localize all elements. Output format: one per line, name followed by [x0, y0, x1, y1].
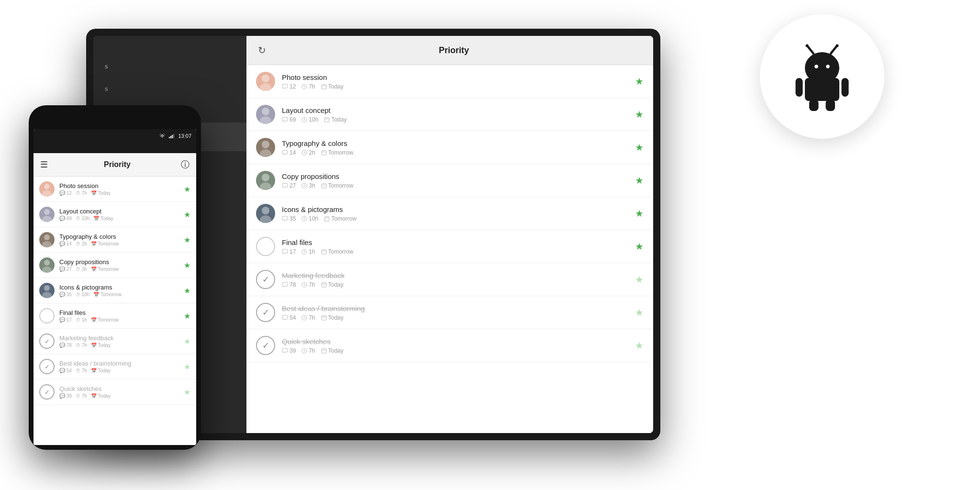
task-info: Marketing feedback 78 7h [282, 271, 628, 288]
task-time: 7h [301, 347, 315, 354]
phone-task-star[interactable]: ★ [184, 362, 190, 371]
task-meta: 17 1h Tom [282, 248, 628, 255]
phone-task-list: Photo session 💬 12 ⏱ 7h 📅 Today ★ Layout… [33, 177, 196, 445]
phone-task-meta: 💬 69 ⏱ 10h 📅 Today [59, 216, 179, 221]
phone-task-time: ⏱ 7h [76, 343, 87, 348]
phone-task-item[interactable]: Layout concept 💬 69 ⏱ 10h 📅 Today ★ [33, 202, 196, 227]
phone-task-item[interactable]: Typography & colors 💬 14 ⏱ 2h 📅 Tomorrow… [33, 227, 196, 253]
task-item[interactable]: Icons & pictograms 35 10h [246, 197, 653, 230]
phone-task-time: ⏱ 10h [76, 216, 89, 221]
refresh-icon[interactable]: ↻ [258, 45, 266, 56]
phone-task-avatar: ✓ [39, 359, 55, 374]
task-meta: 54 7h Tod [282, 314, 628, 321]
task-time: 2h [301, 149, 315, 156]
svg-rect-13 [282, 117, 288, 121]
phone-task-comments: 💬 17 [59, 317, 72, 323]
phone-task-item[interactable]: Copy propositions 💬 27 ⏱ 3h 📅 Tomorrow ★ [33, 253, 196, 278]
task-avatar [256, 237, 275, 256]
svg-rect-85 [172, 135, 173, 138]
svg-line-46 [304, 219, 306, 220]
phone-task-due: 📅 Today [93, 216, 113, 221]
android-logo-circle [760, 14, 884, 139]
phone-task-title: Typography & colors [59, 233, 179, 240]
phone-task-meta: 💬 14 ⏱ 2h 📅 Tomorrow [59, 241, 179, 246]
task-meta: 69 10h To [282, 116, 628, 123]
phone-task-title: Final files [59, 309, 179, 316]
task-star-icon[interactable]: ★ [635, 274, 644, 285]
task-avatar [256, 171, 275, 190]
phone-task-avatar: ✓ [39, 384, 55, 400]
task-item[interactable]: Typography & colors 14 2h [246, 131, 653, 164]
task-star-icon[interactable]: ★ [635, 76, 644, 87]
phone-task-item[interactable]: ✓ Best ideas / brainstorming 💬 54 ⏱ 7h 📅… [33, 354, 196, 379]
task-due: Today [321, 314, 344, 321]
task-star-icon[interactable]: ★ [635, 241, 644, 252]
phone-task-star[interactable]: ★ [184, 261, 190, 270]
task-title: Best ideas / brainstorming [282, 304, 628, 312]
sidebar-item-partial-1[interactable]: s [93, 55, 246, 78]
svg-rect-83 [169, 137, 170, 138]
task-meta: 78 7h Tod [282, 281, 628, 288]
svg-rect-79 [322, 349, 326, 353]
phone-task-time: ⏱ 2h [76, 241, 87, 246]
svg-point-12 [260, 116, 271, 124]
svg-rect-84 [170, 136, 171, 138]
phone-task-item[interactable]: ✓ Marketing feedback 💬 78 ⏱ 7h 📅 Today ★ [33, 329, 196, 354]
task-item[interactable]: ✓ Best ideas / brainstorming 54 [246, 296, 653, 329]
task-item[interactable]: Copy propositions 27 3h [246, 164, 653, 197]
svg-line-70 [304, 318, 306, 319]
phone-task-star[interactable]: ★ [184, 312, 190, 321]
svg-rect-47 [324, 217, 329, 221]
task-time: 7h [301, 83, 315, 90]
task-list: Photo session 12 7h [246, 65, 653, 433]
phone-task-title: Photo session [59, 182, 179, 189]
svg-rect-67 [282, 315, 288, 319]
svg-point-21 [262, 141, 269, 148]
task-star-icon[interactable]: ★ [635, 307, 644, 318]
task-avatar: ✓ [256, 270, 275, 289]
task-item[interactable]: ✓ Quick sketches 39 7h [246, 329, 653, 362]
phone-task-item[interactable]: Final files 💬 17 ⏱ 1h 📅 Tomorrow ★ [33, 303, 196, 329]
sidebar-item-partial-2[interactable]: s [93, 78, 246, 100]
svg-rect-105 [796, 78, 803, 97]
phone-task-star[interactable]: ★ [184, 286, 190, 295]
task-due: Tomorrow [324, 215, 356, 222]
phone-task-comments: 💬 78 [59, 343, 72, 348]
task-title: Marketing feedback [282, 271, 628, 279]
svg-line-16 [304, 120, 306, 121]
phone-task-star[interactable]: ★ [184, 337, 190, 346]
task-time: 10h [301, 215, 318, 222]
phone-task-item[interactable]: Photo session 💬 12 ⏱ 7h 📅 Today ★ [33, 177, 196, 202]
svg-point-31 [262, 174, 269, 181]
task-star-icon[interactable]: ★ [635, 340, 644, 351]
phone-task-time: ⏱ 1h [76, 317, 87, 323]
partial-label-1: s [105, 63, 108, 70]
svg-rect-33 [282, 183, 288, 187]
svg-point-89 [44, 209, 50, 215]
task-star-icon[interactable]: ★ [635, 142, 644, 153]
phone-info-icon[interactable]: ⓘ [181, 159, 189, 170]
task-comments: 69 [282, 116, 296, 123]
phone-task-star[interactable]: ★ [184, 235, 190, 245]
phone-menu-icon[interactable]: ☰ [40, 159, 48, 170]
phone-task-star[interactable]: ★ [184, 185, 190, 194]
phone-task-info: Photo session 💬 12 ⏱ 7h 📅 Today [59, 182, 179, 196]
phone-task-due: 📅 Tomorrow [91, 317, 119, 323]
phone-task-star[interactable]: ★ [184, 210, 190, 219]
phone-task-info: Final files 💬 17 ⏱ 1h 📅 Tomorrow [59, 309, 179, 323]
task-item[interactable]: Final files 17 1h [246, 230, 653, 263]
phone-task-item[interactable]: ✓ Quick sketches 💬 39 ⏱ 7h 📅 Today ★ [33, 379, 196, 405]
svg-rect-23 [282, 150, 288, 154]
task-star-icon[interactable]: ★ [635, 109, 644, 120]
task-item[interactable]: Layout concept 69 10h [246, 98, 653, 131]
task-item[interactable]: ✓ Marketing feedback 78 7h [246, 263, 653, 296]
task-item[interactable]: Photo session 12 7h [246, 65, 653, 98]
task-avatar [256, 204, 275, 223]
task-star-icon[interactable]: ★ [635, 175, 644, 186]
phone-task-star[interactable]: ★ [184, 388, 190, 397]
phone-task-item[interactable]: Icons & pictograms 💬 35 ⏱ 10h 📅 Tomorrow… [33, 278, 196, 303]
svg-rect-71 [322, 316, 326, 320]
svg-line-6 [304, 87, 306, 88]
task-due: Today [321, 83, 344, 90]
task-star-icon[interactable]: ★ [635, 208, 644, 219]
